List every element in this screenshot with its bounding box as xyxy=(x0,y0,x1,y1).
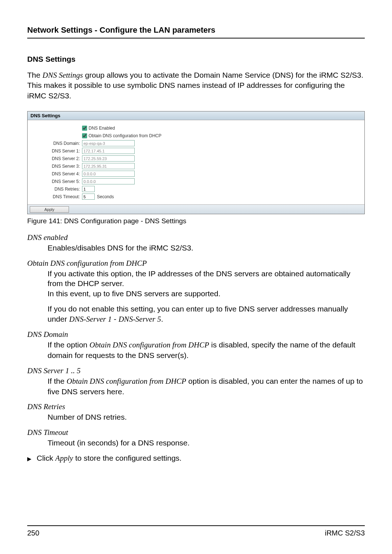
term-dns-enabled: DNS enabled xyxy=(27,233,365,242)
obtain-dhcp-checkbox[interactable] xyxy=(82,133,87,138)
action-pre: Click xyxy=(37,454,55,462)
obtain-p2d: DNS-Server 5 xyxy=(118,315,161,323)
term-domain: DNS Domain xyxy=(27,330,365,339)
domain-it: Obtain DNS configuration from DHCP xyxy=(90,341,209,349)
dns-timeout-label: DNS Timeout: xyxy=(31,194,82,199)
domain-pre: If the option xyxy=(48,341,90,349)
body-obtain: If you activate this option, the IP addr… xyxy=(48,269,365,325)
dns-retries-label: DNS Retries: xyxy=(31,187,82,192)
panel-body: DNS Enabled Obtain DNS configuration fro… xyxy=(28,120,364,204)
product-name: iRMC S2/S3 xyxy=(325,529,365,537)
intro-paragraph: The DNS Settings group allows you to act… xyxy=(27,70,365,101)
apply-button[interactable]: Apply xyxy=(30,206,69,213)
dns-server5-input[interactable] xyxy=(82,178,135,184)
dns-timeout-input[interactable] xyxy=(82,194,95,200)
term-obtain: Obtain DNS configuration from DHCP xyxy=(27,259,365,268)
dns-enabled-checkbox[interactable] xyxy=(82,126,87,131)
body-dns-enabled: Enables/disables DNS for the iRMC S2/S3. xyxy=(48,243,365,253)
dns-domain-input[interactable] xyxy=(82,140,135,146)
dns-server5-label: DNS Server 5: xyxy=(31,179,82,184)
action-line: ▶ Click Apply to store the configured se… xyxy=(27,454,365,463)
dns-enabled-label: DNS Enabled xyxy=(89,126,115,131)
dns-server1-label: DNS Server 1: xyxy=(31,148,82,154)
term-server: DNS Server 1 .. 5 xyxy=(27,366,365,375)
dns-server3-input[interactable] xyxy=(82,163,135,169)
page-number: 250 xyxy=(27,529,39,537)
body-server: If the Obtain DNS configuration from DHC… xyxy=(48,376,365,396)
server-it: Obtain DNS configuration from DHCP xyxy=(67,377,186,386)
obtain-p1b: In this event, up to five DNS servers ar… xyxy=(48,289,220,298)
dns-server1-input[interactable] xyxy=(82,148,135,154)
triangle-icon: ▶ xyxy=(27,456,32,462)
dns-server2-input[interactable] xyxy=(82,155,135,162)
dns-server2-label: DNS Server 2: xyxy=(31,156,82,161)
dns-settings-panel: DNS Settings DNS Enabled Obtain DNS conf… xyxy=(27,111,365,214)
dns-server3-label: DNS Server 3: xyxy=(31,164,82,169)
obtain-dhcp-label: Obtain DNS configuration from DHCP xyxy=(89,133,162,138)
page-footer: 250 iRMC S2/S3 xyxy=(27,525,365,537)
panel-title: DNS Settings xyxy=(28,111,364,120)
dns-retries-input[interactable] xyxy=(82,186,95,192)
dns-domain-label: DNS Domain: xyxy=(31,141,82,146)
obtain-p2e: . xyxy=(161,315,163,323)
page-header: Network Settings - Configure the LAN par… xyxy=(27,25,365,38)
obtain-p2c: - xyxy=(112,315,119,323)
action-post: to store the configured settings. xyxy=(73,454,181,462)
obtain-p1a: If you activate this option, the IP addr… xyxy=(48,269,350,288)
dns-server4-input[interactable] xyxy=(82,171,135,177)
section-title: DNS Settings xyxy=(27,55,365,64)
body-timeout: Timeout (in seconds) for a DNS response. xyxy=(48,438,365,448)
body-domain: If the option Obtain DNS configuration f… xyxy=(48,340,365,360)
dns-server4-label: DNS Server 4: xyxy=(31,171,82,176)
term-timeout: DNS Timeout xyxy=(27,428,365,437)
intro-italic: DNS Settings xyxy=(42,71,83,80)
body-retries: Number of DNS retries. xyxy=(48,412,365,422)
action-it: Apply xyxy=(55,454,73,463)
server-pre: If the xyxy=(48,377,67,385)
obtain-p2b: DNS-Server 1 xyxy=(69,315,112,323)
figure-caption: Figure 141: DNS Configuration page - DNS… xyxy=(27,217,365,225)
panel-footer: Apply xyxy=(28,204,364,214)
seconds-suffix: Seconds xyxy=(97,194,114,199)
term-retries: DNS Retries xyxy=(27,402,365,411)
